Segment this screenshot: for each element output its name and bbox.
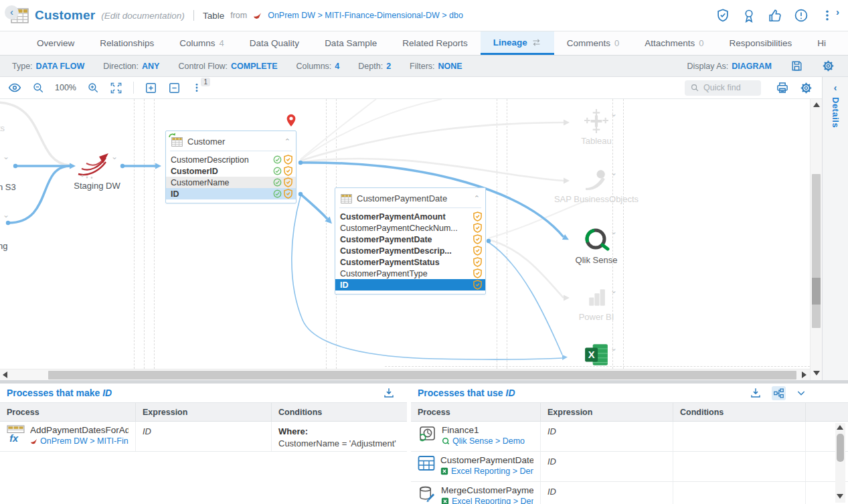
- scroll-up-arrow[interactable]: [813, 102, 820, 107]
- filter-filters-value[interactable]: NONE: [438, 62, 462, 71]
- collapse-node-icon[interactable]: [474, 194, 480, 203]
- panel-vertical-scrollbar[interactable]: [835, 423, 845, 503]
- scrollbar-thumb[interactable]: [48, 371, 796, 380]
- collapse-node-icon[interactable]: [284, 137, 290, 146]
- column-row-paymentstatus[interactable]: CustomerPaymentStatus: [335, 256, 485, 268]
- tab-history-clipped[interactable]: Hi: [804, 31, 839, 55]
- filter-type-value[interactable]: DATA FLOW: [36, 62, 85, 71]
- chevron-down-icon[interactable]: [3, 153, 9, 161]
- column-header-process[interactable]: Process: [411, 403, 541, 421]
- quick-find-input[interactable]: [703, 83, 757, 92]
- tree-view-toggle-button[interactable]: [772, 386, 786, 400]
- zoom-in-button[interactable]: [87, 82, 99, 94]
- scrollbar-thumb[interactable]: [837, 434, 844, 462]
- endorsement-award-button[interactable]: [739, 5, 759, 25]
- target-qlik-sense[interactable]: Qlik Sense: [549, 226, 643, 265]
- tab-data-quality[interactable]: Data Quality: [237, 31, 312, 55]
- scroll-left-arrow[interactable]: [3, 371, 7, 378]
- diagram-vertical-scrollbar[interactable]: [810, 99, 822, 380]
- customer-node-header[interactable]: Customer: [166, 131, 296, 151]
- chevron-down-icon[interactable]: [610, 344, 617, 352]
- column-header-expression[interactable]: Expression: [136, 403, 272, 421]
- column-row-id-selected[interactable]: ID: [335, 279, 485, 290]
- target-excel[interactable]: [549, 343, 643, 369]
- target-sap-businessobjects[interactable]: SAP BusinessObjects: [549, 167, 643, 204]
- process-name[interactable]: AddPaymentDatesForAdjust: [30, 425, 129, 435]
- column-row-paymenttype[interactable]: CustomerPaymentType: [335, 268, 485, 279]
- clipped-node-label[interactable]: ts: [0, 123, 5, 133]
- chevron-down-icon[interactable]: [3, 211, 9, 219]
- staging-dw-node-label[interactable]: Staging DW: [58, 181, 137, 191]
- expand-all-button[interactable]: [145, 82, 157, 94]
- scroll-up-arrow[interactable]: [837, 425, 843, 430]
- clipped-node-label[interactable]: n S3: [0, 182, 16, 192]
- fit-to-screen-button[interactable]: [110, 82, 122, 94]
- issues-button[interactable]: [791, 5, 811, 25]
- tab-responsibilities[interactable]: Responsibilities: [717, 31, 805, 55]
- filter-direction-value[interactable]: ANY: [142, 62, 159, 71]
- process-path-link[interactable]: Excel Reporting > Demo >: [440, 467, 533, 476]
- column-row-customerid[interactable]: CustomerID: [166, 165, 296, 177]
- chevron-down-icon[interactable]: [610, 286, 617, 295]
- column-header-process[interactable]: Process: [0, 403, 136, 421]
- clipped-node-label[interactable]: ng: [0, 241, 7, 251]
- customerpaymentdate-node-header[interactable]: CustomerPaymentDate: [335, 188, 485, 207]
- tab-data-sample[interactable]: Data Sample: [312, 31, 390, 55]
- scroll-down-arrow[interactable]: [837, 494, 843, 499]
- tab-lineage[interactable]: Lineage: [481, 31, 554, 55]
- lineage-canvas[interactable]: ts n S3 ng Staging DW Customer: [0, 99, 810, 369]
- breadcrumb[interactable]: OnPrem DW > MITI-Finance-Dimensional-DW …: [268, 11, 463, 20]
- scroll-down-arrow[interactable]: [813, 371, 820, 375]
- tab-overview[interactable]: Overview: [24, 31, 87, 55]
- chevron-down-icon[interactable]: [610, 110, 617, 118]
- diagram-horizontal-scrollbar[interactable]: [0, 369, 810, 380]
- zoom-out-button[interactable]: [32, 82, 44, 94]
- process-path-link[interactable]: OnPrem DW > MITI-Finance: [30, 436, 129, 446]
- target-power-bi[interactable]: Power BI: [549, 285, 643, 322]
- column-row-paymentchecknum[interactable]: CustomerPaymentCheckNum...: [335, 222, 485, 234]
- column-header-conditions[interactable]: Conditions: [673, 403, 806, 421]
- tab-related-reports[interactable]: Related Reports: [390, 31, 481, 55]
- column-row-paymentamount[interactable]: CustomerPaymentAmount: [335, 211, 485, 222]
- chevron-down-icon[interactable]: [610, 169, 617, 177]
- tabs-scroll-right-button[interactable]: [831, 5, 845, 19]
- data-quality-shield-button[interactable]: [713, 5, 733, 25]
- process-name[interactable]: Finance1: [442, 425, 525, 435]
- zoom-level[interactable]: 100%: [55, 83, 76, 92]
- column-row-paymentdescription[interactable]: CustomerPaymentDescrip...: [335, 245, 485, 256]
- column-header-conditions[interactable]: Conditions: [272, 403, 407, 421]
- filter-columns-value[interactable]: 4: [335, 62, 339, 71]
- column-row-customerdescription[interactable]: CustomerDescription: [166, 154, 296, 165]
- scroll-right-arrow[interactable]: [802, 371, 807, 378]
- filter-depth-value[interactable]: 2: [386, 62, 391, 71]
- overlays-menu-button[interactable]: 1: [191, 82, 202, 93]
- edit-documentation-link[interactable]: (Edit documentation): [101, 11, 185, 21]
- scrollbar-thumb[interactable]: [812, 174, 821, 328]
- collapse-panel-button[interactable]: [794, 386, 808, 400]
- filter-control-flow-value[interactable]: COMPLETE: [231, 62, 277, 71]
- diagram-settings-button[interactable]: [800, 82, 813, 94]
- chevron-down-icon[interactable]: [111, 153, 118, 161]
- print-button[interactable]: [776, 81, 789, 94]
- process-name[interactable]: MergeCustomerPaymentDa: [441, 485, 533, 495]
- tabs-scroll-left-button[interactable]: [5, 5, 19, 19]
- tab-attachments[interactable]: Attachments0: [632, 31, 716, 55]
- column-row-id-selected[interactable]: ID: [166, 188, 296, 199]
- target-tableau[interactable]: Tableau: [549, 108, 643, 146]
- collapse-all-button[interactable]: [168, 82, 181, 94]
- process-path-link[interactable]: Excel Reporting > Demo >: [441, 497, 533, 504]
- visibility-button[interactable]: [8, 81, 21, 94]
- export-download-button[interactable]: [381, 386, 396, 400]
- export-download-button[interactable]: [748, 386, 763, 400]
- display-as-value[interactable]: DIAGRAM: [732, 62, 772, 71]
- column-row-customername[interactable]: CustomerName: [166, 177, 296, 188]
- tab-columns[interactable]: Columns4: [167, 31, 237, 55]
- process-path-link[interactable]: Qlik Sense > Demo: [442, 436, 525, 446]
- column-row-paymentdate[interactable]: CustomerPaymentDate: [335, 234, 485, 245]
- chevron-down-icon[interactable]: [610, 228, 617, 236]
- tab-comments[interactable]: Comments0: [554, 31, 632, 55]
- details-panel-tab[interactable]: Details: [822, 77, 848, 380]
- sql-server-icon[interactable]: [76, 150, 111, 179]
- column-header-expression[interactable]: Expression: [541, 403, 673, 421]
- like-button[interactable]: [765, 5, 785, 25]
